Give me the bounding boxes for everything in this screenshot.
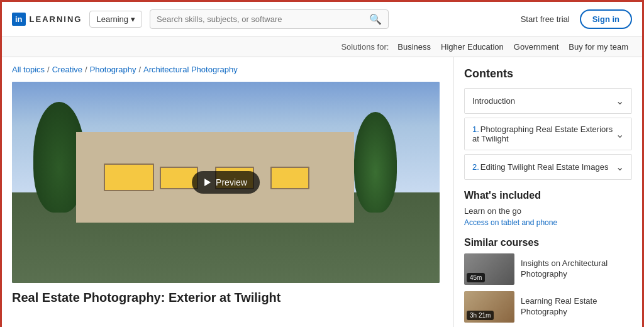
whats-included-title: What's included [464, 190, 632, 201]
sidebar: Contents Introduction ⌄ 1.Photographing … [453, 57, 642, 327]
learn-on-go-label: Learn on the go [464, 206, 632, 216]
sub-nav-government[interactable]: Government [514, 42, 559, 52]
sub-nav-business[interactable]: Business [397, 42, 431, 52]
contents-item-editing-header[interactable]: 2.Editing Twilight Real Estate Images ⌄ [465, 155, 631, 179]
contents-item-photographing-header[interactable]: 1.Photographing Real Estate Exteriors at… [465, 118, 631, 150]
sub-nav: Solutions for: Business Higher Education… [2, 37, 642, 57]
search-icon[interactable]: 🔍 [369, 13, 382, 25]
header: in LEARNING Learning ▾ 🔍 Start free tria… [2, 2, 642, 37]
sub-nav-higher-education[interactable]: Higher Education [441, 42, 504, 52]
chevron-icon-introduction: ⌄ [616, 95, 624, 107]
search-input[interactable] [157, 14, 369, 24]
sub-nav-buy-for-team[interactable]: Buy for my team [569, 42, 628, 52]
contents-title: Contents [464, 67, 632, 80]
breadcrumb-photography[interactable]: Photography [90, 65, 136, 74]
breadcrumb-architectural-photography[interactable]: Architectural Photography [143, 65, 238, 74]
chevron-down-icon: ▾ [131, 14, 135, 24]
sign-in-button[interactable]: Sign in [580, 9, 632, 29]
breadcrumb: All topics / Creative / Photography / Ar… [12, 65, 443, 74]
duration-badge-2: 3h 21m [467, 311, 494, 320]
course-name-1: Insights on Architectural Photography [521, 258, 632, 280]
course-thumb-2: 3h 21m [464, 291, 514, 323]
breadcrumb-sep-2: / [85, 65, 87, 74]
similar-courses-title: Similar courses [464, 237, 632, 248]
item-number-1: 1. [472, 125, 479, 134]
contents-item-editing[interactable]: 2.Editing Twilight Real Estate Images ⌄ [464, 154, 632, 180]
course-info-1: Insights on Architectural Photography [521, 258, 632, 280]
main-content: All topics / Creative / Photography / Ar… [2, 57, 642, 327]
search-bar: 🔍 [150, 9, 389, 29]
contents-item-introduction[interactable]: Introduction ⌄ [464, 88, 632, 114]
access-label: Access on tablet and phone [464, 218, 632, 227]
contents-item-photographing[interactable]: 1.Photographing Real Estate Exteriors at… [464, 118, 632, 150]
item-number-2: 2. [472, 162, 479, 172]
course-info-2: Learning Real Estate Photography [521, 296, 632, 318]
chevron-icon-photographing: ⌄ [616, 128, 624, 140]
logo[interactable]: in LEARNING [12, 13, 82, 26]
preview-button[interactable]: Preview [192, 171, 260, 194]
solutions-label: Solutions for: [341, 42, 389, 52]
course-thumb-1: 45m [464, 253, 514, 285]
similar-course-1[interactable]: 45m Insights on Architectural Photograph… [464, 253, 632, 285]
chevron-icon-editing: ⌄ [616, 161, 624, 173]
contents-item-introduction-header[interactable]: Introduction ⌄ [465, 89, 631, 113]
tree-right [354, 112, 397, 213]
play-icon [204, 179, 211, 186]
content-area: All topics / Creative / Photography / Ar… [2, 57, 453, 327]
duration-badge-1: 45m [467, 273, 485, 282]
learning-dropdown[interactable]: Learning ▾ [89, 11, 142, 28]
introduction-label: Introduction [472, 96, 515, 106]
photographing-label: 1.Photographing Real Estate Exteriors at… [472, 125, 616, 143]
breadcrumb-creative[interactable]: Creative [52, 65, 82, 74]
preview-container: Preview [12, 82, 440, 283]
breadcrumb-sep-1: / [47, 65, 50, 74]
editing-label: 2.Editing Twilight Real Estate Images [472, 162, 608, 172]
logo-text: LEARNING [30, 14, 82, 24]
header-right: Start free trial Sign in [521, 9, 632, 29]
start-free-trial-link[interactable]: Start free trial [521, 14, 570, 24]
breadcrumb-sep-3: / [138, 65, 141, 74]
course-name-2: Learning Real Estate Photography [521, 296, 632, 318]
similar-course-2[interactable]: 3h 21m Learning Real Estate Photography [464, 291, 632, 323]
course-title: Real Estate Photography: Exterior at Twi… [12, 291, 443, 305]
preview-label: Preview [216, 177, 247, 187]
breadcrumb-all-topics[interactable]: All topics [12, 65, 45, 74]
logo-icon: in [12, 13, 26, 26]
